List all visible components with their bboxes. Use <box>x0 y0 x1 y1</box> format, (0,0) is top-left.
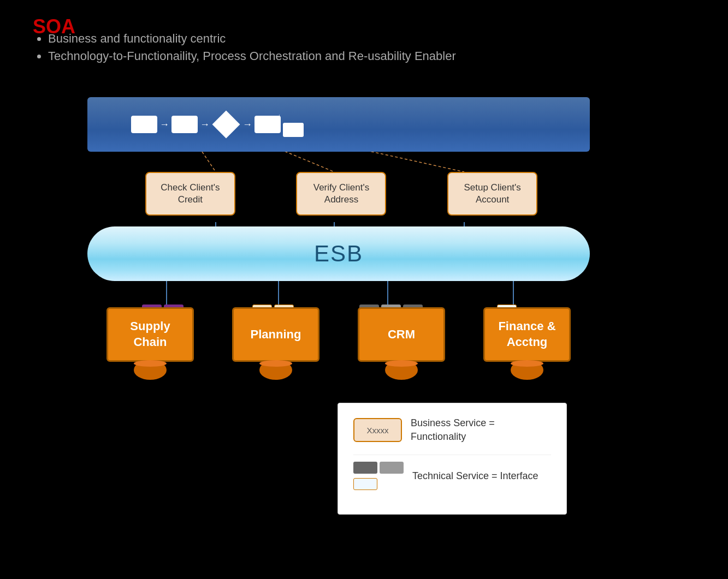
bpmn-task-sub <box>283 123 304 137</box>
setup-account-box: Setup Client's Account <box>447 172 537 216</box>
legend-tag-group <box>353 462 404 490</box>
esb-label: ESB <box>314 241 363 267</box>
legend-tag-row-2 <box>353 478 404 490</box>
bullet-1: Business and functionality centric <box>48 32 456 46</box>
bpmn-gateway <box>212 111 240 139</box>
legend-tag-gray-2 <box>380 462 404 474</box>
legend-box: Xxxxx Business Service = Functionality T… <box>338 403 567 515</box>
legend-tag-white <box>353 478 377 490</box>
crm-box: CRM <box>358 307 445 362</box>
planning-group: Planning <box>232 307 319 380</box>
supply-chain-box: Supply Chain <box>106 307 194 362</box>
finance-group: Finance & Acctng <box>483 307 571 380</box>
bpmn-shapes: → → → ↓ <box>131 112 304 137</box>
verify-address-box: Verify Client's Address <box>296 172 386 216</box>
legend-service-label: Business Service = Functionality <box>411 416 551 444</box>
bpmn-task-1 <box>131 116 157 133</box>
bullet-list: Business and functionality centric Techn… <box>33 32 456 67</box>
service-boxes-row: Check Client's Credit Verify Client's Ad… <box>115 172 568 216</box>
crm-group: CRM <box>358 307 445 380</box>
supply-chain-db <box>134 360 167 380</box>
planning-box: Planning <box>232 307 319 362</box>
bpmn-task-2 <box>171 116 198 133</box>
legend-technical-label: Technical Service = Interface <box>412 469 538 483</box>
legend-divider <box>353 455 551 455</box>
bpmn-band: → → → ↓ <box>87 97 590 152</box>
check-credit-box: Check Client's Credit <box>145 172 235 216</box>
bpmn-arrow-3: → <box>242 119 252 130</box>
bpmn-arrow-2: → <box>200 119 210 130</box>
bullet-2: Technology-to-Functionaility, Process Or… <box>48 49 456 63</box>
bpmn-sub-branch: ↓ <box>283 112 304 137</box>
bpmn-arrow-1: → <box>159 119 169 130</box>
supply-chain-group: Supply Chain <box>106 307 194 380</box>
finance-db <box>511 360 543 380</box>
legend-tag-row-1 <box>353 462 404 474</box>
bottom-boxes-row: Supply Chain Planning CRM Finance & Acct… <box>87 307 590 380</box>
page: SOA Business and functionality centric T… <box>0 0 728 579</box>
legend-tag-gray-1 <box>353 462 377 474</box>
legend-row-technical: Technical Service = Interface <box>353 462 551 490</box>
bpmn-task-3 <box>254 116 281 133</box>
finance-box: Finance & Acctng <box>483 307 571 362</box>
svg-line-0 <box>202 152 216 172</box>
planning-db <box>259 360 292 380</box>
crm-db <box>385 360 418 380</box>
legend-service-example: Xxxxx <box>353 418 402 442</box>
esb-container: ESB <box>87 226 590 281</box>
esb-pipe: ESB <box>87 226 590 281</box>
legend-row-service: Xxxxx Business Service = Functionality <box>353 416 551 444</box>
